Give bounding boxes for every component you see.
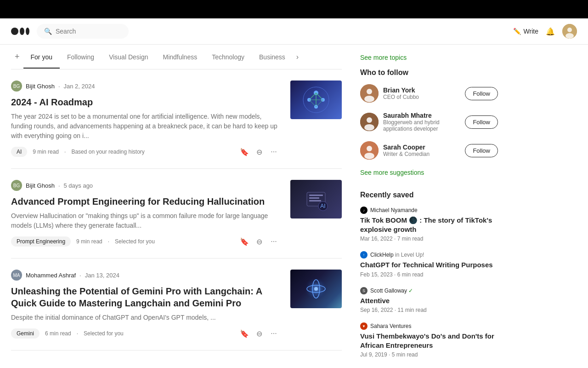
svg-point-29 xyxy=(364,96,374,102)
saved-pub-name[interactable]: Sahara Ventures xyxy=(370,323,411,329)
follow-info: Sarah Cooper Writer & Comedian xyxy=(383,144,430,157)
bookmark-icon[interactable]: 🔖 xyxy=(239,328,250,339)
saved-date: Feb 15, 2023 · 6 min read xyxy=(360,271,498,278)
author-name[interactable]: Bijit Ghosh xyxy=(26,182,55,189)
see-more-topics-link[interactable]: See more topics xyxy=(360,54,498,61)
follow-avatar xyxy=(360,113,379,131)
follow-name[interactable]: Brian York xyxy=(383,86,419,94)
sidebar: See more topics Who to follow Brian York xyxy=(360,45,498,368)
saved-pub-name[interactable]: Scott Galloway ✓ xyxy=(370,288,413,294)
svg-text:AI: AI xyxy=(320,203,325,209)
follow-button[interactable]: Follow xyxy=(465,115,498,129)
pub-icon: ▼ xyxy=(360,322,368,330)
article-tag[interactable]: Prompt Engineering xyxy=(11,236,71,247)
article-title[interactable]: Unleashing the Potential of Gemini Pro w… xyxy=(11,285,279,309)
tab-business[interactable]: Business xyxy=(252,46,293,68)
bell-icon[interactable]: 🔔 xyxy=(546,27,555,36)
follow-name[interactable]: Saurabh Mhatre xyxy=(383,112,465,119)
follow-item-left: Saurabh Mhatre Bloggerweb and hybrid app… xyxy=(360,112,465,132)
article-tags: Prompt Engineering 9 min read · Selected… xyxy=(11,236,279,247)
follow-button[interactable]: Follow xyxy=(465,87,498,100)
tab-following[interactable]: Following xyxy=(60,46,102,68)
saved-title[interactable]: Vusi Thembekwayo's Do's and Don'ts for A… xyxy=(360,332,498,350)
saved-meta: S Scott Galloway ✓ xyxy=(360,287,498,294)
author-avatar: MA xyxy=(11,270,22,281)
saved-title[interactable]: Attentive xyxy=(360,296,498,305)
tag-label: Selected for you xyxy=(84,330,124,337)
bookmark-icon[interactable]: 🔖 xyxy=(239,146,250,157)
svg-point-0 xyxy=(11,28,18,35)
svg-rect-19 xyxy=(309,197,319,199)
main-layout: + For you Following Visual Design Mindfu… xyxy=(0,45,588,368)
author-avatar: BG xyxy=(11,180,22,191)
saved-pub-name[interactable]: ClickHelp in Level Up! xyxy=(370,252,424,258)
article-thumbnail[interactable] xyxy=(290,270,342,308)
article-actions: 🔖 ⊖ ··· xyxy=(239,146,279,157)
follow-info: Brian York CEO of Cubbo xyxy=(383,86,419,100)
saved-title[interactable]: Tik Tok BOOM 🌑 : The story of TikTok's e… xyxy=(360,216,498,234)
mute-icon[interactable]: ⊖ xyxy=(254,328,265,339)
avatar[interactable] xyxy=(562,24,577,39)
article-thumbnail[interactable] xyxy=(290,80,342,119)
bookmark-icon[interactable]: 🔖 xyxy=(239,236,250,247)
svg-point-1 xyxy=(20,28,24,35)
search-icon: 🔍 xyxy=(44,28,52,35)
follow-desc: Bloggerweb and hybrid applications devel… xyxy=(383,119,465,132)
saved-item: ▼ Sahara Ventures Vusi Thembekwayo's Do'… xyxy=(360,322,498,358)
mute-icon[interactable]: ⊖ xyxy=(254,236,265,247)
article-title[interactable]: Advanced Prompt Engineering for Reducing… xyxy=(11,196,279,207)
follow-name[interactable]: Sarah Cooper xyxy=(383,144,430,151)
tag-label: Selected for you xyxy=(115,238,155,245)
svg-point-32 xyxy=(364,124,374,131)
tab-mindfulness[interactable]: Mindfulness xyxy=(155,46,204,68)
recently-saved-section: Recently saved ♪ Michael Nyamande Tik To… xyxy=(360,191,498,358)
read-time: 6 min read xyxy=(45,330,71,337)
who-to-follow-title: Who to follow xyxy=(360,69,498,77)
saved-meta: ♪ Michael Nyamande xyxy=(360,207,498,214)
search-box[interactable]: 🔍 xyxy=(37,24,129,39)
follow-item: Sarah Cooper Writer & Comedian Follow xyxy=(360,141,498,160)
saved-pub-name[interactable]: Michael Nyamande xyxy=(370,207,418,213)
medium-logo[interactable] xyxy=(11,26,29,37)
article-tag[interactable]: Gemini xyxy=(11,328,40,339)
author-name[interactable]: Mohammed Ashraf xyxy=(26,272,76,279)
saved-title[interactable]: ChatGPT for Technical Writing Purposes xyxy=(360,260,498,270)
article-title[interactable]: 2024 - AI Roadmap xyxy=(11,96,279,108)
author-avatar: BG xyxy=(11,80,22,92)
tag-label: Based on your reading history xyxy=(71,149,144,155)
tabs-nav: + For you Following Visual Design Mindfu… xyxy=(11,45,342,69)
article-thumbnail[interactable]: AI xyxy=(290,180,342,218)
tabs-arrow[interactable]: › xyxy=(293,46,302,69)
svg-line-15 xyxy=(309,100,316,107)
more-options-icon[interactable]: ··· xyxy=(268,146,279,157)
tab-for-you[interactable]: For you xyxy=(23,46,60,68)
write-button[interactable]: ✏️ Write xyxy=(513,28,538,35)
article-actions: 🔖 ⊖ ··· xyxy=(239,328,279,339)
tab-visual-design[interactable]: Visual Design xyxy=(102,46,155,68)
follow-button[interactable]: Follow xyxy=(465,144,498,157)
more-options-icon[interactable]: ··· xyxy=(268,328,279,339)
svg-point-28 xyxy=(367,89,372,94)
add-tab-button[interactable]: + xyxy=(11,45,23,69)
search-input[interactable] xyxy=(56,28,120,35)
article-meta: BG Bijit Ghosh · 5 days ago xyxy=(11,180,279,191)
see-more-suggestions-link[interactable]: See more suggestions xyxy=(360,169,498,176)
header: 🔍 ✏️ Write 🔔 xyxy=(0,18,588,45)
author-name[interactable]: Bijit Ghosh xyxy=(26,83,55,90)
mute-icon[interactable]: ⊖ xyxy=(254,146,265,157)
pub-icon: ↑ xyxy=(360,251,368,259)
write-label: Write xyxy=(524,28,538,35)
article-excerpt: The year 2024 is set to be a monumental … xyxy=(11,112,279,141)
svg-point-26 xyxy=(314,287,318,291)
article-content: MA Mohammed Ashraf · Jan 13, 2024 Unleas… xyxy=(11,270,279,339)
article-item: BG Bijit Ghosh · 5 days ago Advanced Pro… xyxy=(11,169,342,259)
more-options-icon[interactable]: ··· xyxy=(268,236,279,247)
svg-point-5 xyxy=(565,33,574,39)
article-meta: MA Mohammed Ashraf · Jan 13, 2024 xyxy=(11,270,279,281)
pencil-icon: ✏️ xyxy=(513,28,521,35)
article-actions: 🔖 ⊖ ··· xyxy=(239,236,279,247)
article-tags: AI 9 min read · Based on your reading hi… xyxy=(11,146,279,157)
who-to-follow-section: Who to follow Brian York CEO of Cubbo xyxy=(360,69,498,176)
tab-technology[interactable]: Technology xyxy=(204,46,252,68)
article-tag[interactable]: AI xyxy=(11,147,27,157)
